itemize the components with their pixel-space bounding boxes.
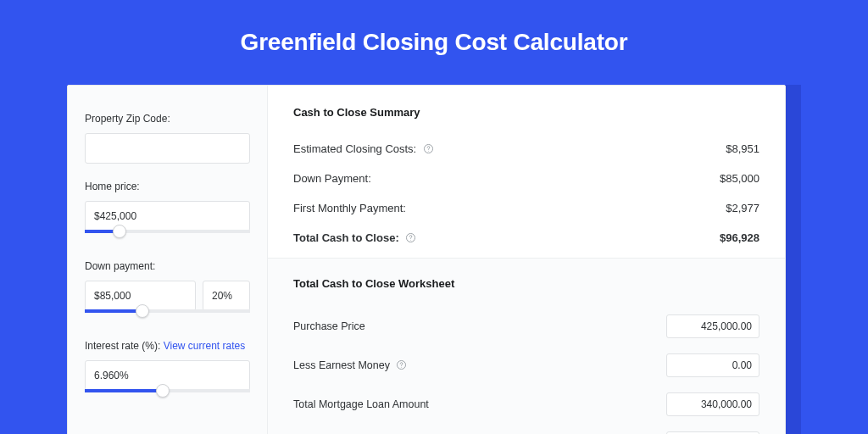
label-interest-text: Interest rate (%): — [85, 340, 160, 352]
worksheet-row-input[interactable] — [666, 314, 760, 338]
summary-row-label: First Monthly Payment: — [293, 202, 406, 214]
summary-row-value: $85,000 — [720, 172, 760, 185]
label-down-payment: Down payment: — [85, 260, 250, 272]
label-zip: Property Zip Code: — [85, 113, 250, 125]
link-current-rates[interactable]: View current rates — [164, 340, 246, 352]
summary-row-value: $96,928 — [720, 231, 760, 244]
worksheet-row-label: Less Earnest Money — [293, 359, 407, 371]
worksheet-row: Purchase Price — [293, 307, 760, 346]
input-home-price[interactable] — [85, 201, 250, 231]
worksheet-row-label: Purchase Price — [293, 320, 365, 332]
slider-interest[interactable] — [85, 389, 250, 403]
worksheet-row: Total Second Mortgage Amount — [293, 424, 760, 434]
help-icon[interactable] — [405, 232, 416, 243]
label-interest: Interest rate (%): View current rates — [85, 340, 250, 352]
slider-down-payment[interactable] — [85, 309, 250, 323]
group-interest: Interest rate (%): View current rates — [85, 340, 250, 403]
group-home-price: Home price: — [85, 181, 250, 243]
group-zip: Property Zip Code: — [85, 113, 250, 164]
summary-row-value: $2,977 — [726, 202, 760, 214]
summary-title: Cash to Close Summary — [293, 106, 760, 119]
summary-row: Total Cash to Close: $96,928 — [293, 223, 760, 253]
inputs-panel: Property Zip Code: Home price: Down paym… — [68, 86, 268, 434]
worksheet-row-input[interactable] — [666, 392, 760, 416]
summary-row-label: Estimated Closing Costs: — [293, 142, 434, 155]
page-title: Greenfield Closing Cost Calculator — [241, 29, 628, 56]
summary-row-label: Total Cash to Close: — [293, 231, 416, 244]
calculator-card: Property Zip Code: Home price: Down paym… — [67, 85, 786, 434]
worksheet-row: Total Mortgage Loan Amount — [293, 385, 760, 424]
help-icon[interactable] — [423, 143, 434, 154]
label-home-price: Home price: — [85, 181, 250, 192]
help-icon[interactable] — [396, 359, 407, 370]
input-zip[interactable] — [85, 133, 250, 164]
worksheet-panel: Total Cash to Close Worksheet Purchase P… — [268, 259, 785, 434]
group-down-payment: Down payment: — [85, 260, 250, 323]
input-down-payment-pct[interactable] — [203, 281, 250, 311]
svg-point-1 — [428, 151, 429, 152]
summary-row: Estimated Closing Costs: $8,951 — [293, 134, 760, 164]
worksheet-row: Less Earnest Money — [293, 346, 760, 385]
summary-row: Down Payment:$85,000 — [293, 164, 760, 193]
summary-row: First Monthly Payment:$2,977 — [293, 193, 760, 223]
slider-home-price[interactable] — [85, 230, 250, 243]
worksheet-row-label: Total Mortgage Loan Amount — [293, 398, 429, 410]
worksheet-title: Total Cash to Close Worksheet — [293, 277, 760, 290]
svg-point-3 — [410, 240, 411, 241]
results-panel: Cash to Close Summary Estimated Closing … — [268, 86, 785, 434]
card-shadow: Property Zip Code: Home price: Down paym… — [72, 85, 801, 434]
summary-row-value: $8,951 — [726, 142, 760, 155]
svg-point-5 — [401, 367, 402, 368]
summary-row-label: Down Payment: — [293, 172, 371, 185]
worksheet-row-input[interactable] — [666, 353, 760, 377]
